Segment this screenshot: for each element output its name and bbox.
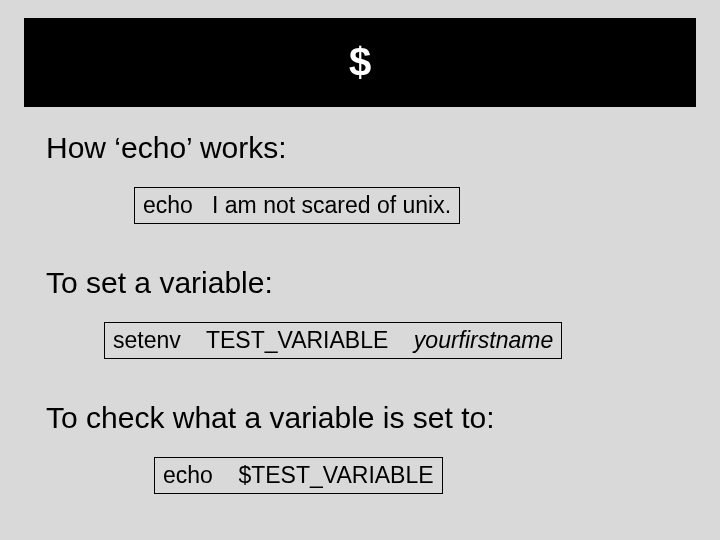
command-box-setenv: setenv TEST_VARIABLE yourfirstname xyxy=(104,322,562,359)
command-box-echo-example: echo I am not scared of unix. xyxy=(134,187,460,224)
cmd1-command: echo xyxy=(143,192,193,218)
section-heading-set-variable: To set a variable: xyxy=(46,266,696,300)
cmd3-command: echo xyxy=(163,462,213,488)
cmd3-args: $TEST_VARIABLE xyxy=(238,462,433,488)
cmd2-arg1: TEST_VARIABLE xyxy=(206,327,388,353)
cmd2-command: setenv xyxy=(113,327,181,353)
section-heading-echo: How ‘echo’ works: xyxy=(46,131,696,165)
section-heading-check-variable: To check what a variable is set to: xyxy=(46,401,696,435)
command-box-echo-variable: echo $TEST_VARIABLE xyxy=(154,457,443,494)
cmd1-args: I am not scared of unix. xyxy=(212,192,451,218)
title-bar: $ xyxy=(24,18,696,107)
cmd2-arg2: yourfirstname xyxy=(414,327,553,353)
title-text: $ xyxy=(349,40,371,84)
